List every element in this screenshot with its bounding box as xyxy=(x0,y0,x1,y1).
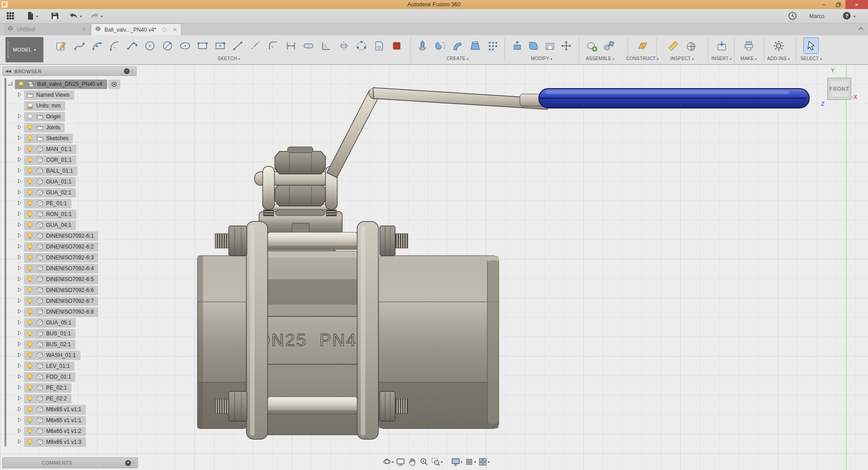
tree-item-label[interactable]: DINENISO7092-6:5 xyxy=(46,276,94,282)
visibility-bulb-icon[interactable] xyxy=(26,395,34,403)
visibility-bulb-icon[interactable] xyxy=(26,330,34,338)
tree-item-label[interactable]: DINENISO7092-6:6 xyxy=(46,287,94,293)
tree-item-label[interactable]: GUA_04:1 xyxy=(46,222,71,228)
ball-valve-model[interactable]: DN25 PN40 DN25 PN40 xyxy=(0,65,868,470)
browser-tree-row[interactable]: GUA_05:1 xyxy=(16,318,76,328)
expander-collapsed-icon[interactable] xyxy=(16,200,24,207)
select-button[interactable] xyxy=(804,38,818,53)
construction-plane-button[interactable] xyxy=(635,38,650,53)
expander-collapsed-icon[interactable] xyxy=(16,232,24,240)
visibility-bulb-icon[interactable] xyxy=(26,276,34,283)
redo-caret[interactable]: ▾ xyxy=(101,14,103,19)
expander-collapsed-icon[interactable] xyxy=(16,406,24,413)
tree-item-label[interactable]: GUA_01:1 xyxy=(46,179,71,185)
close-button[interactable]: × xyxy=(845,0,868,9)
expander-collapsed-icon[interactable] xyxy=(16,211,24,218)
browser-tree-row[interactable]: DINENISO7092-6:7 xyxy=(16,296,98,306)
fillet-button[interactable] xyxy=(526,38,541,53)
browser-tree-row[interactable]: DINENISO7092-6:6 xyxy=(16,285,98,295)
help-caret[interactable]: ▾ xyxy=(854,14,855,19)
visibility-bulb-icon[interactable] xyxy=(26,124,34,132)
toolbar-group-label-inspect[interactable]: INSPECT ▾ xyxy=(670,56,693,61)
rectangular-pattern-button[interactable] xyxy=(486,38,500,53)
tree-item-label[interactable]: M6x65 v1 v1:3 xyxy=(46,439,81,445)
browser-tree-row[interactable]: M6x65 v1 v1:1 xyxy=(16,415,86,425)
expander-collapsed-icon[interactable] xyxy=(16,395,24,402)
expander-collapsed-icon[interactable] xyxy=(16,287,24,294)
viewport-canvas[interactable]: DN25 PN40 DN25 PN40 xyxy=(0,65,868,470)
new-component-button[interactable] xyxy=(584,38,599,53)
browser-tree-row[interactable]: FOD_01:1 xyxy=(16,372,75,382)
browser-tree-row[interactable]: M6x65 v1 v1:1 xyxy=(16,404,86,414)
visibility-bulb-icon[interactable] xyxy=(26,373,34,381)
tree-item-label[interactable]: COR_01:1 xyxy=(46,157,72,163)
expander-collapsed-icon[interactable] xyxy=(16,135,24,142)
expander-collapsed-icon[interactable] xyxy=(16,308,24,315)
2-point-rectangle-button[interactable] xyxy=(195,38,210,53)
expander-collapsed-icon[interactable] xyxy=(16,156,24,164)
expander-collapsed-icon[interactable] xyxy=(16,91,24,99)
visibility-bulb-icon[interactable] xyxy=(26,135,34,142)
tree-item-label[interactable]: GUA_02:1 xyxy=(46,189,71,196)
packing-nut[interactable] xyxy=(275,151,326,174)
file-menu-caret[interactable]: ▾ xyxy=(36,14,38,19)
visibility-bulb-icon[interactable] xyxy=(26,232,34,240)
expander-collapsed-icon[interactable] xyxy=(16,362,24,370)
create-sketch-button[interactable] xyxy=(54,38,69,53)
browser-tree-row[interactable]: Named Views xyxy=(16,90,74,100)
tree-item-label[interactable]: PE_02:2 xyxy=(46,395,67,402)
undo-icon[interactable] xyxy=(69,11,80,22)
browser-tree-row[interactable]: BUS_02:1 xyxy=(16,339,75,349)
visibility-bulb-icon[interactable] xyxy=(26,178,34,186)
zoom-icon[interactable] xyxy=(419,457,429,467)
measure-button[interactable] xyxy=(666,38,680,53)
viewcube[interactable]: FRONT xyxy=(827,78,851,100)
zoom-window-icon[interactable]: ▾ xyxy=(431,457,443,467)
tree-item-label[interactable]: BALL_01:1 xyxy=(46,168,73,174)
tab-close-icon[interactable]: ✕ xyxy=(82,26,86,33)
tree-item-label[interactable]: BUS_01:1 xyxy=(46,330,71,337)
browser-tree-row[interactable]: COR_01:1 xyxy=(16,155,76,165)
orbit-icon[interactable]: ▾ xyxy=(382,457,394,467)
visibility-bulb-icon[interactable] xyxy=(26,265,34,273)
browser-tree-row[interactable]: Sketches xyxy=(16,133,73,143)
valve-stem-assembly[interactable] xyxy=(255,147,337,216)
expander-collapsed-icon[interactable] xyxy=(16,330,24,337)
tree-item-label[interactable]: M6x65 v1 v1:2 xyxy=(46,428,81,434)
activate-component-icon[interactable] xyxy=(108,80,120,89)
tree-item-label[interactable]: Ball_valve_DN25_PN40 v4 xyxy=(37,81,103,87)
undo-caret[interactable]: ▾ xyxy=(80,14,82,19)
comments-grip-icon[interactable]: ‖ xyxy=(133,461,135,465)
tree-item-label[interactable]: Units: mm xyxy=(36,103,61,109)
visibility-bulb-icon[interactable] xyxy=(26,287,34,294)
tree-item-label[interactable]: FOD_01:1 xyxy=(46,374,71,380)
3d-print-button[interactable] xyxy=(741,38,756,53)
offset-button[interactable] xyxy=(319,38,333,53)
browser-tree-row[interactable]: DINENISO7092-6:1 xyxy=(16,231,98,241)
press-pull-button[interactable] xyxy=(510,38,524,53)
move-button[interactable] xyxy=(559,38,573,53)
browser-tree-row[interactable]: Joints xyxy=(16,122,65,132)
section-analysis-button[interactable] xyxy=(684,38,698,53)
toolbar-group-label-create[interactable]: CREATE ▾ xyxy=(447,56,469,61)
redo-icon[interactable] xyxy=(90,11,100,22)
visibility-bulb-icon[interactable] xyxy=(26,200,34,207)
valve-assembly[interactable]: DN25 PN40 DN25 PN40 xyxy=(198,88,809,439)
revolve-button[interactable] xyxy=(433,38,447,53)
visibility-bulb-icon[interactable] xyxy=(26,156,34,164)
line-button[interactable] xyxy=(231,38,245,53)
browser-tree-row[interactable]: PE_02:2 xyxy=(16,394,71,404)
expander-collapsed-icon[interactable] xyxy=(16,417,24,424)
expander-collapsed-icon[interactable] xyxy=(16,124,24,131)
visibility-bulb-icon[interactable] xyxy=(26,297,34,305)
browser-tree-row[interactable]: WASH_01:1 xyxy=(16,350,80,360)
valve-left-flange[interactable] xyxy=(246,221,268,439)
browser-tree-row[interactable]: DINENISO7092-6:2 xyxy=(16,242,98,252)
project-geometry-button[interactable] xyxy=(372,38,386,53)
expander-collapsed-icon[interactable] xyxy=(16,319,24,326)
tree-item-label[interactable]: DINENISO7092-6:8 xyxy=(46,309,94,315)
browser-tree-row[interactable]: DINENISO7092-6:5 xyxy=(16,274,98,284)
tree-item-label[interactable]: BUS_02:1 xyxy=(46,341,71,348)
tree-item-label[interactable]: DINENISO7092-6:2 xyxy=(46,244,94,250)
expander-collapsed-icon[interactable] xyxy=(16,341,24,348)
